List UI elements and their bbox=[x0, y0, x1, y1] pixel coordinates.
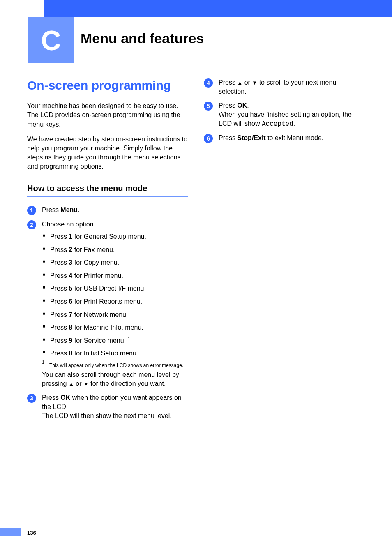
step-text: or bbox=[242, 79, 252, 86]
step-5-body: Press OK. When you have finished setting… bbox=[219, 101, 365, 129]
step-text: Press bbox=[219, 79, 237, 86]
key-label: 5 bbox=[69, 285, 72, 292]
step-number-badge: 3 bbox=[27, 394, 36, 403]
footnote-text: This will appear only when the LCD shows… bbox=[49, 362, 188, 369]
step-3: 3 Press OK when the option you want appe… bbox=[27, 393, 188, 420]
up-arrow-icon: ▲ bbox=[69, 381, 74, 387]
option-list: Press 1 for General Setup menu. Press 2 … bbox=[42, 232, 188, 358]
step-3-body: Press OK when the option you want appear… bbox=[42, 393, 188, 420]
chapter-title: Menu and features bbox=[81, 30, 204, 46]
list-item: Press 9 for Service menu. 1 bbox=[43, 336, 188, 345]
list-item: Press 6 for Print Reports menu. bbox=[43, 297, 188, 306]
step-text: Press bbox=[42, 206, 60, 213]
list-item: Press 1 for General Setup menu. bbox=[43, 232, 188, 241]
key-label: OK bbox=[60, 394, 70, 401]
key-label: OK bbox=[237, 102, 247, 109]
section-heading: On-screen programming bbox=[27, 78, 188, 92]
appendix-letter: C bbox=[41, 24, 61, 56]
subsection-rule bbox=[27, 196, 188, 197]
up-arrow-icon: ▲ bbox=[237, 80, 242, 86]
intro-paragraph-1: Your machine has been designed to be eas… bbox=[27, 102, 188, 129]
step-5: 5 Press OK. When you have finished setti… bbox=[204, 101, 365, 129]
key-label: 2 bbox=[69, 246, 72, 253]
intro-paragraph-2: We have created step by step on-screen i… bbox=[27, 135, 188, 171]
footnote-mark: 1 bbox=[42, 362, 49, 369]
appendix-badge: C bbox=[28, 17, 74, 63]
list-item: Press 7 for Network menu. bbox=[43, 310, 188, 319]
step-6: 6 Press Stop/Exit to exit Menu mode. bbox=[204, 134, 365, 143]
key-label: 6 bbox=[69, 298, 72, 305]
step-text: . bbox=[247, 102, 249, 109]
step-text: to exit Menu mode. bbox=[266, 134, 324, 141]
step-number-badge: 5 bbox=[204, 102, 213, 111]
list-item: Press 3 for Copy menu. bbox=[43, 258, 188, 267]
step-6-body: Press Stop/Exit to exit Menu mode. bbox=[219, 134, 365, 143]
step-text: . bbox=[293, 120, 295, 127]
step-number-badge: 1 bbox=[27, 206, 36, 215]
page-number: 136 bbox=[27, 530, 36, 536]
step-4-body: Press ▲ or ▼ to scroll to your next menu… bbox=[219, 78, 365, 96]
list-item: Press 0 for Initial Setup menu. bbox=[43, 349, 188, 358]
step-number-badge: 2 bbox=[27, 220, 36, 229]
list-item: Press 5 for USB Direct I/F menu. bbox=[43, 284, 188, 293]
key-label: 3 bbox=[69, 259, 72, 266]
down-arrow-icon: ▼ bbox=[252, 80, 257, 86]
list-item: Press 8 for Machine Info. menu. bbox=[43, 323, 188, 332]
header-bar bbox=[44, 0, 392, 17]
subsection-heading: How to access the menu mode bbox=[27, 183, 188, 194]
step-text: or bbox=[74, 380, 83, 387]
step-text: Choose an option. bbox=[42, 221, 95, 228]
step-number-badge: 4 bbox=[204, 78, 213, 88]
step-2: 2 Choose an option. Press 1 for General … bbox=[27, 220, 188, 388]
step-2-body: Choose an option. Press 1 for General Se… bbox=[42, 220, 188, 388]
key-label: 8 bbox=[69, 324, 72, 331]
key-label: 9 bbox=[69, 337, 72, 344]
step-4: 4 Press ▲ or ▼ to scroll to your next me… bbox=[204, 78, 365, 96]
right-column: 4 Press ▲ or ▼ to scroll to your next me… bbox=[204, 78, 365, 426]
step-1-body: Press Menu. bbox=[42, 205, 188, 215]
list-item: Press 2 for Fax menu. bbox=[43, 245, 188, 254]
step-1: 1 Press Menu. bbox=[27, 205, 188, 215]
step-number-badge: 6 bbox=[204, 134, 213, 143]
key-label: 1 bbox=[69, 233, 72, 240]
step-text: The LCD will then show the next menu lev… bbox=[42, 412, 172, 419]
step-text: for the direction you want. bbox=[89, 380, 166, 387]
key-label: 0 bbox=[69, 350, 72, 357]
footnote: 1 This will appear only when the LCD sho… bbox=[42, 362, 188, 369]
step-text: Press bbox=[219, 102, 237, 109]
lcd-text: Accepted bbox=[262, 120, 293, 128]
key-label: 7 bbox=[69, 311, 72, 318]
page-number-bar bbox=[0, 528, 21, 536]
footnote-ref: 1 bbox=[128, 336, 130, 341]
content-columns: On-screen programming Your machine has b… bbox=[27, 78, 365, 426]
down-arrow-icon: ▼ bbox=[83, 381, 89, 387]
key-label: Stop/Exit bbox=[237, 134, 265, 141]
step-text: Press bbox=[219, 134, 237, 141]
key-label: Menu bbox=[60, 206, 78, 213]
step-text: . bbox=[78, 206, 79, 213]
left-column: On-screen programming Your machine has b… bbox=[27, 78, 188, 426]
key-label: 4 bbox=[69, 272, 72, 279]
step-text: Press bbox=[42, 394, 60, 401]
list-item: Press 4 for Printer menu. bbox=[43, 271, 188, 280]
